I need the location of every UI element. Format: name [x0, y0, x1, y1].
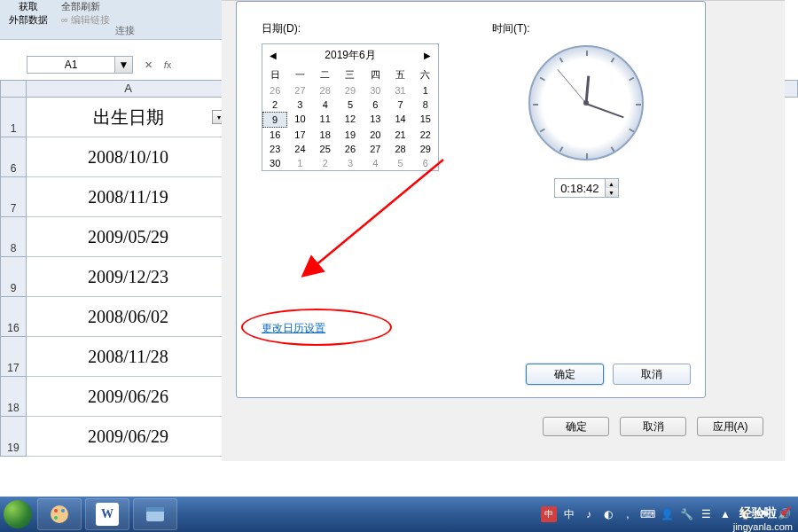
taskbar-datetime[interactable]: [133, 498, 177, 530]
calendar-day[interactable]: 18: [313, 128, 338, 142]
row-header[interactable]: 6: [0, 137, 27, 177]
calendar-day[interactable]: 11: [313, 112, 338, 128]
calendar-day[interactable]: 12: [338, 112, 363, 128]
edit-links-button[interactable]: ∞ 编辑链接: [61, 13, 110, 27]
calendar-dow: 五: [387, 66, 412, 83]
calendar-day[interactable]: 10: [287, 112, 312, 128]
calendar-day[interactable]: 14: [387, 112, 412, 128]
name-box-dropdown[interactable]: ▼: [115, 56, 133, 74]
get-external-data-button[interactable]: 获取 外部数据: [9, 0, 48, 27]
refresh-all-button[interactable]: 全部刷新: [61, 0, 110, 13]
calendar-day[interactable]: 4: [363, 156, 387, 170]
change-calendar-settings-link[interactable]: 更改日历设置: [262, 321, 325, 336]
start-button[interactable]: [0, 497, 35, 532]
calendar-day[interactable]: 2: [313, 156, 338, 170]
row-header[interactable]: 18: [0, 377, 27, 417]
calendar-day[interactable]: 29: [413, 142, 438, 156]
row-header[interactable]: 1: [0, 98, 27, 137]
name-box[interactable]: A1: [27, 56, 115, 74]
calendar-day[interactable]: 26: [262, 83, 287, 98]
calendar-day[interactable]: 5: [387, 156, 412, 170]
calendar-day[interactable]: 9: [262, 112, 287, 128]
calendar-day[interactable]: 1: [413, 83, 438, 98]
cell[interactable]: 2009/05/29: [27, 217, 231, 257]
tray-icon[interactable]: 中: [562, 507, 576, 521]
next-month-icon[interactable]: ▶: [420, 51, 434, 60]
calendar-day[interactable]: 27: [363, 142, 387, 156]
calendar-day[interactable]: 6: [413, 156, 438, 170]
calendar-day[interactable]: 22: [413, 128, 438, 142]
calendar-day[interactable]: 28: [313, 83, 338, 98]
calendar-day[interactable]: 31: [387, 83, 412, 98]
calendar-day[interactable]: 2: [262, 98, 287, 112]
fx-icon[interactable]: fx: [160, 57, 176, 73]
cancel-button[interactable]: 取消: [613, 364, 691, 385]
calendar-day[interactable]: 6: [363, 98, 387, 112]
taskbar-word[interactable]: W: [85, 498, 129, 530]
calendar-day[interactable]: 5: [338, 98, 363, 112]
taskbar[interactable]: W 中 中 ♪ ◐ , ⌨ 👤 🔧 ☰ ▲ 🐧 ⚑ 🔊 经验啦 ✔ jingya…: [0, 497, 798, 532]
cell[interactable]: 2008/06/02: [27, 297, 231, 337]
ime-indicator[interactable]: 中: [541, 506, 557, 522]
cell[interactable]: 2009/06/26: [27, 377, 231, 417]
calendar-day[interactable]: 28: [387, 142, 412, 156]
cell[interactable]: 2008/11/19: [27, 177, 231, 217]
tray-icon[interactable]: ◐: [601, 507, 615, 521]
outer-cancel-button[interactable]: 取消: [620, 417, 686, 436]
tray-wrench-icon[interactable]: 🔧: [679, 507, 693, 521]
calendar-day[interactable]: 29: [338, 83, 363, 98]
cell[interactable]: 2009/06/29: [27, 417, 231, 457]
cell[interactable]: 2008/10/10: [27, 137, 231, 177]
cell[interactable]: 出生日期▾: [27, 98, 231, 137]
calendar-day[interactable]: 23: [262, 142, 287, 156]
row-header[interactable]: 17: [0, 337, 27, 377]
row-header[interactable]: 19: [0, 417, 27, 457]
calendar-title[interactable]: 2019年6月: [325, 48, 375, 63]
calendar-day[interactable]: 30: [262, 156, 287, 170]
apply-button[interactable]: 应用(A): [697, 417, 763, 436]
minute-hand: [586, 103, 624, 118]
taskbar-paint[interactable]: [37, 498, 82, 530]
calendar-day[interactable]: 8: [413, 98, 438, 112]
outer-ok-button[interactable]: 确定: [543, 417, 609, 436]
tray-keyboard-icon[interactable]: ⌨: [640, 507, 654, 521]
calendar-day[interactable]: 25: [313, 142, 338, 156]
time-input[interactable]: [554, 178, 606, 198]
tray-icon[interactable]: 👤: [660, 507, 674, 521]
calendar-day[interactable]: 3: [287, 98, 312, 112]
calendar-day[interactable]: 1: [287, 156, 312, 170]
calendar-day[interactable]: 30: [363, 83, 387, 98]
calendar-day[interactable]: 7: [387, 98, 412, 112]
prev-month-icon[interactable]: ◀: [266, 51, 280, 60]
tray-icon[interactable]: ,: [621, 507, 635, 521]
cell[interactable]: 2008/11/28: [27, 337, 231, 377]
calendar-day[interactable]: 16: [262, 128, 287, 142]
calendar-day[interactable]: 17: [287, 128, 312, 142]
time-spin-down[interactable]: ▼: [606, 188, 618, 197]
calendar-day[interactable]: 13: [363, 112, 387, 128]
tray-icon[interactable]: ☰: [699, 507, 713, 521]
calendar-day[interactable]: 24: [287, 142, 312, 156]
column-header-a[interactable]: A: [27, 80, 231, 98]
row-header[interactable]: 7: [0, 177, 27, 217]
calendar-day[interactable]: 19: [338, 128, 363, 142]
calendar[interactable]: ◀ 2019年6月 ▶ 日一二三四五六 26272829303112345678…: [262, 43, 439, 171]
select-all-corner[interactable]: [0, 80, 27, 98]
calendar-day[interactable]: 26: [338, 142, 363, 156]
row-header[interactable]: 8: [0, 217, 27, 257]
row-header[interactable]: 9: [0, 257, 27, 297]
time-spin-up[interactable]: ▲: [606, 179, 618, 188]
svg-point-1: [51, 505, 68, 523]
calendar-day[interactable]: 15: [413, 112, 438, 128]
calendar-day[interactable]: 20: [363, 128, 387, 142]
tray-icon[interactable]: ♪: [582, 507, 596, 521]
calendar-day[interactable]: 21: [387, 128, 412, 142]
cancel-formula-icon[interactable]: ✕: [140, 57, 156, 73]
tray-expand-icon[interactable]: ▲: [718, 507, 732, 521]
calendar-day[interactable]: 27: [287, 83, 312, 98]
calendar-day[interactable]: 3: [338, 156, 363, 170]
ok-button[interactable]: 确定: [526, 364, 604, 385]
row-header[interactable]: 16: [0, 297, 27, 337]
cell[interactable]: 2009/12/23: [27, 257, 231, 297]
calendar-day[interactable]: 4: [313, 98, 338, 112]
